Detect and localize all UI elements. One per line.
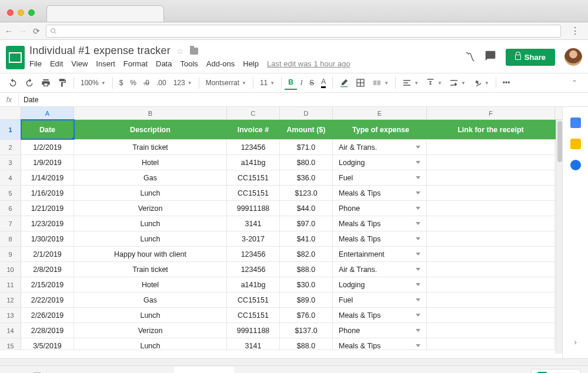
dropdown-icon[interactable] [416, 237, 420, 240]
dropdown-icon[interactable] [416, 222, 420, 225]
cell-date[interactable]: 2/26/2019 [21, 308, 74, 322]
cell-amount[interactable]: $36.0 [280, 170, 333, 185]
scrollbar-thumb[interactable] [557, 121, 562, 162]
cell-invoice[interactable]: CC15151 [227, 186, 280, 200]
cell-link[interactable] [427, 338, 555, 350]
cell-amount[interactable]: $80.0 [280, 155, 333, 170]
text-color-button[interactable]: A [318, 75, 329, 90]
add-sheet-button[interactable]: ＋ [7, 369, 27, 374]
cell-date[interactable]: 2/1/2019 [21, 247, 74, 261]
cell-link[interactable] [427, 140, 555, 154]
cell-a1[interactable]: Date [21, 120, 74, 139]
dropdown-icon[interactable] [416, 176, 420, 179]
row-header[interactable]: 12 [0, 293, 21, 307]
row-header[interactable]: 10 [0, 262, 21, 277]
cell-amount[interactable]: $76.0 [280, 308, 333, 322]
cell-type[interactable]: Air & Trans. [333, 140, 427, 154]
cell-date[interactable]: 1/9/2019 [21, 155, 74, 170]
print-button[interactable] [38, 76, 54, 90]
cell-invoice[interactable]: 99911188 [227, 201, 280, 216]
star-icon[interactable]: ☆ [176, 46, 184, 56]
cell-invoice[interactable]: 123456 [227, 140, 280, 154]
cell-link[interactable] [427, 155, 555, 170]
row-header[interactable]: 9 [0, 247, 21, 261]
cell-link[interactable] [427, 277, 555, 292]
dropdown-icon[interactable] [416, 283, 420, 286]
toolbar-more-button[interactable]: ••• [499, 76, 514, 89]
cell-date[interactable]: 2/22/2019 [21, 293, 74, 307]
cell-amount[interactable]: $88.0 [280, 338, 333, 350]
row-header[interactable]: 7 [0, 216, 21, 231]
rotate-button[interactable]: ▼ [469, 76, 493, 90]
cell-amount[interactable]: $137.0 [280, 323, 333, 338]
spreadsheet-grid[interactable]: A B C D E F 1 Date Description Invoice #… [0, 107, 562, 358]
col-header-c[interactable]: C [227, 107, 280, 119]
cell-e1[interactable]: Type of expense [333, 120, 427, 139]
selection-handle[interactable] [72, 137, 74, 139]
nav-back-icon[interactable]: ← [5, 26, 13, 36]
dropdown-icon[interactable] [416, 329, 420, 332]
comments-icon[interactable] [485, 50, 496, 65]
fill-color-button[interactable] [336, 76, 352, 90]
cell-type[interactable]: Air & Trans. [333, 262, 427, 277]
row-header[interactable]: 13 [0, 308, 21, 322]
cell-link[interactable] [427, 262, 555, 277]
cell-description[interactable]: Train ticket [74, 140, 227, 154]
cell-type[interactable]: Fuel [333, 293, 427, 307]
explore-button[interactable]: Explore [531, 369, 581, 374]
increase-decimal-button[interactable]: .00 [153, 76, 170, 89]
cell-amount[interactable]: $71.0 [280, 140, 333, 154]
row-header[interactable]: 8 [0, 231, 21, 246]
nav-reload-icon[interactable]: ⟳ [33, 26, 40, 36]
cell-type[interactable]: Fuel [333, 170, 427, 185]
cell-link[interactable] [427, 231, 555, 246]
dropdown-icon[interactable] [416, 191, 420, 194]
cell-amount[interactable]: $41.0 [280, 231, 333, 246]
wrap-button[interactable]: ▼ [446, 76, 469, 90]
cell-date[interactable]: 1/2/2019 [21, 140, 74, 154]
cell-description[interactable]: Hotel [74, 277, 227, 292]
cell-description[interactable]: Lunch [74, 338, 227, 350]
cell-invoice[interactable]: 3-2017 [227, 231, 280, 246]
merge-button[interactable]: ▼ [369, 76, 392, 90]
h-align-button[interactable]: ▼ [399, 76, 422, 90]
cell-type[interactable]: Lodging [333, 277, 427, 292]
cell-link[interactable] [427, 186, 555, 200]
cell-amount[interactable]: $89.0 [280, 293, 333, 307]
cell-description[interactable]: Lunch [74, 186, 227, 200]
cell-invoice[interactable]: 3141 [227, 216, 280, 231]
cell-link[interactable] [427, 323, 555, 338]
doc-title[interactable]: Individual #1 expense tracker [29, 45, 171, 57]
cell-date[interactable]: 3/5/2019 [21, 338, 74, 350]
dropdown-icon[interactable] [416, 146, 420, 149]
dropdown-icon[interactable] [416, 314, 420, 317]
cell-date[interactable]: 1/14/2019 [21, 170, 74, 185]
strike-button[interactable]: S [306, 76, 318, 89]
cell-description[interactable]: Lunch [74, 231, 227, 246]
close-window-icon[interactable] [7, 9, 14, 16]
cell-date[interactable]: 2/15/2019 [21, 277, 74, 292]
cell-invoice[interactable]: CC15151 [227, 170, 280, 185]
cell-description[interactable]: Verizon [74, 201, 227, 216]
cell-invoice[interactable]: a141bg [227, 155, 280, 170]
cell-link[interactable] [427, 247, 555, 261]
cell-description[interactable]: Happy hour with client [74, 247, 227, 261]
cell-type[interactable]: Phone [333, 201, 427, 216]
cell-link[interactable] [427, 201, 555, 216]
cell-date[interactable]: 1/16/2019 [21, 186, 74, 200]
cell-link[interactable] [427, 170, 555, 185]
dropdown-icon[interactable] [416, 253, 420, 256]
menu-tools[interactable]: Tools [180, 59, 198, 68]
zoom-select[interactable]: 100%▼ [77, 76, 109, 89]
cell-description[interactable]: Gas [74, 170, 227, 185]
col-header-f[interactable]: F [427, 107, 555, 119]
cell-amount[interactable]: $44.0 [280, 201, 333, 216]
cell-invoice[interactable]: 99911188 [227, 323, 280, 338]
cell-c1[interactable]: Invoice # [227, 120, 280, 139]
select-all-corner[interactable] [0, 107, 21, 119]
row-header-1[interactable]: 1 [0, 120, 21, 139]
sheets-logo-icon[interactable] [6, 46, 25, 69]
col-header-d[interactable]: D [280, 107, 333, 119]
menu-addons[interactable]: Add-ons [206, 59, 235, 68]
url-input[interactable] [46, 25, 561, 38]
